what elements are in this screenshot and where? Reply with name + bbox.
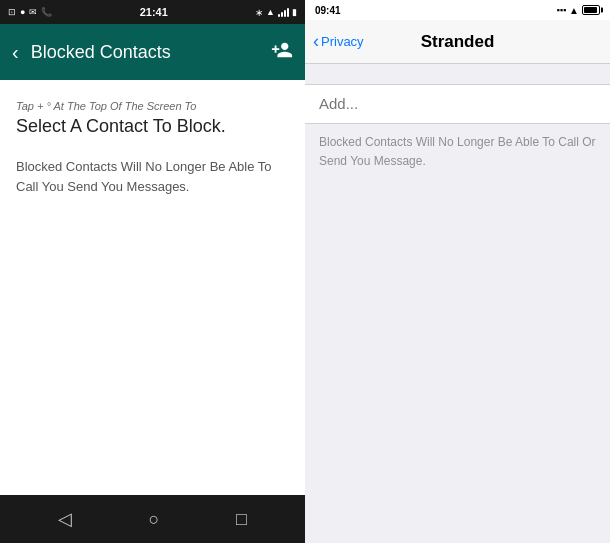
message-status-icon: ✉: [29, 7, 37, 17]
android-time: 21:41: [140, 6, 168, 18]
android-content: Tap + ° At The Top Of The Screen To Sele…: [0, 80, 305, 495]
android-battery-icon: ▮: [292, 7, 297, 17]
ios-screen-title: Stranded: [421, 32, 495, 52]
ios-battery-icon: [582, 5, 600, 15]
ios-status-icons: ▪▪▪ ▲: [557, 5, 600, 16]
back-button[interactable]: ‹: [12, 41, 19, 64]
ios-back-button[interactable]: ‹ Privacy: [305, 31, 372, 52]
ios-info-text: Blocked Contacts Will No Longer Be Able …: [319, 135, 596, 168]
hint-text: Tap + ° At The Top Of The Screen To: [16, 100, 289, 112]
wifi-icon: ▲: [266, 7, 275, 17]
ios-time: 09:41: [315, 5, 341, 16]
android-status-bar: ⊡ ● ✉ 📞 21:41 ∗ ▲ ▮: [0, 0, 305, 24]
bluetooth-icon: ∗: [255, 7, 263, 18]
recents-nav-button[interactable]: □: [228, 501, 255, 538]
ios-add-section[interactable]: [305, 84, 610, 124]
sim-indicator: ⊡: [8, 7, 16, 17]
signal-bars-icon: [278, 7, 289, 17]
add-contact-button[interactable]: [271, 39, 293, 66]
ios-back-chevron-icon: ‹: [313, 31, 319, 52]
ios-content: Blocked Contacts Will No Longer Be Able …: [305, 64, 610, 543]
ios-header: ‹ Privacy Stranded: [305, 20, 610, 64]
android-panel: ⊡ ● ✉ 📞 21:41 ∗ ▲ ▮ ‹ Blocked Contacts: [0, 0, 305, 543]
ios-status-bar: 09:41 ▪▪▪ ▲: [305, 0, 610, 20]
android-status-right: ∗ ▲ ▮: [255, 7, 297, 18]
ios-back-label: Privacy: [321, 34, 364, 49]
android-nav-bar: ◁ ○ □: [0, 495, 305, 543]
back-nav-button[interactable]: ◁: [50, 500, 80, 538]
blocked-contacts-description: Blocked Contacts Will No Longer Be Able …: [16, 157, 289, 196]
ios-signal-icon: ▪▪▪: [557, 5, 567, 15]
ios-panel: 09:41 ▪▪▪ ▲ ‹ Privacy Stranded Blocked C…: [305, 0, 610, 543]
phone-status-icon: 📞: [41, 7, 52, 17]
screen-title: Blocked Contacts: [31, 42, 259, 63]
ios-wifi-icon: ▲: [569, 5, 579, 16]
notification-dot: ●: [20, 7, 25, 17]
home-nav-button[interactable]: ○: [141, 501, 168, 538]
android-header: ‹ Blocked Contacts: [0, 24, 305, 80]
ios-add-input[interactable]: [319, 95, 596, 112]
select-contact-label: Select A Contact To Block.: [16, 116, 289, 137]
android-status-left: ⊡ ● ✉ 📞: [8, 7, 52, 17]
ios-info-box: Blocked Contacts Will No Longer Be Able …: [305, 124, 610, 178]
